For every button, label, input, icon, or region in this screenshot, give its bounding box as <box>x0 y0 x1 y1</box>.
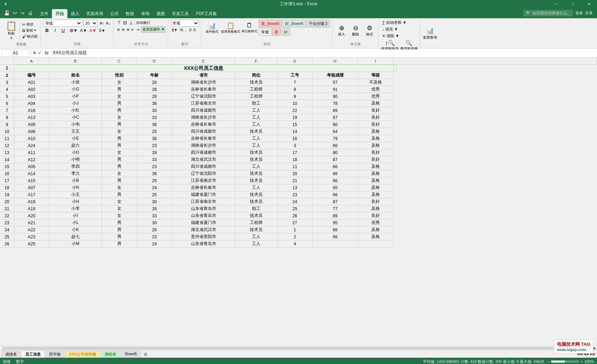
cell[interactable]: 辽宁省沈阳市 <box>172 170 235 177</box>
border-button[interactable]: ⊞▼ <box>69 28 78 33</box>
tab-page-layout[interactable]: 页面布局 <box>83 9 107 18</box>
cell[interactable]: A08 <box>14 128 49 135</box>
tab-pdf[interactable]: PDF工具集 <box>192 9 220 18</box>
cell[interactable]: 女 <box>102 114 137 121</box>
good-sheet4-badge[interactable]: 好_Sheet4 <box>283 20 306 27</box>
cell[interactable]: 山东省青岛市 <box>172 212 235 219</box>
cell[interactable]: 23 <box>137 233 172 240</box>
horizontal-scrollbar[interactable]: ◀ ▶ <box>0 346 597 350</box>
cell[interactable]: 36 <box>137 121 172 128</box>
cell[interactable]: 良好 <box>358 156 393 163</box>
cell[interactable]: 66 <box>312 142 358 149</box>
cell[interactable]: 女 <box>102 128 137 135</box>
cell[interactable]: 吉林省长春市 <box>172 184 235 191</box>
cell[interactable]: 女 <box>102 205 137 212</box>
cell[interactable]: A12 <box>14 156 49 163</box>
cell[interactable]: 28 <box>137 149 172 156</box>
cell[interactable]: 87 <box>312 114 358 121</box>
diff-sheet4-badge[interactable]: 差_Sheet4 <box>259 20 282 27</box>
cell[interactable]: A02 <box>14 86 49 93</box>
cell[interactable]: 小明 <box>49 156 102 163</box>
cell[interactable]: 小C <box>49 114 102 121</box>
cell[interactable]: 工人 <box>235 142 277 149</box>
comma-btn[interactable]: , <box>185 27 187 32</box>
col-header-d[interactable]: D <box>137 58 172 64</box>
cell[interactable]: 28 <box>137 93 172 100</box>
merge-center-btn[interactable]: 合并后居中 ▼ <box>141 26 166 33</box>
tab-yuangong[interactable]: 员工信息 <box>21 351 45 358</box>
cell[interactable]: 66 <box>312 163 358 170</box>
cell[interactable]: 小红 <box>49 107 102 114</box>
cell[interactable]: 4 <box>277 240 312 247</box>
cell[interactable]: 男 <box>102 86 137 93</box>
cell[interactable]: A07 <box>14 184 49 191</box>
cell[interactable]: 21 <box>277 177 312 184</box>
col-header-more[interactable] <box>393 58 597 64</box>
cell[interactable]: 36 <box>137 170 172 177</box>
cell[interactable]: 90 <box>312 93 358 100</box>
increase-decimal-btn[interactable]: .0 <box>188 28 192 32</box>
cell[interactable]: 良好 <box>358 198 393 205</box>
cell[interactable]: A01 <box>14 79 49 86</box>
cell[interactable]: 小M <box>49 240 102 247</box>
cell[interactable]: 23 <box>137 163 172 170</box>
percent-btn[interactable]: % <box>179 27 184 32</box>
cell[interactable]: 优秀 <box>358 219 393 226</box>
cell[interactable]: 25 <box>137 191 172 198</box>
cell[interactable]: 及格 <box>358 191 393 198</box>
cell[interactable]: 及格 <box>358 184 393 191</box>
col-header-c[interactable]: C <box>102 58 137 64</box>
cell[interactable]: 良好 <box>358 107 393 114</box>
cell[interactable]: 助工 <box>235 100 277 107</box>
cell[interactable]: 小G <box>49 86 102 93</box>
cell[interactable]: 工人 <box>235 240 277 247</box>
cell[interactable]: 13 <box>277 184 312 191</box>
font-color-button[interactable]: A▼ <box>89 28 97 33</box>
confirm-formula-btn[interactable]: ✓ <box>38 50 42 55</box>
underline-button[interactable]: U <box>60 27 67 33</box>
cell[interactable]: 33 <box>137 156 172 163</box>
cell[interactable]: 女 <box>102 170 137 177</box>
copy-button[interactable]: ⧉复制▼ <box>21 28 38 33</box>
cell[interactable]: 四川省成都市 <box>172 107 235 114</box>
cell[interactable]: 湖北省武汉市 <box>172 156 235 163</box>
cell[interactable]: 14 <box>277 128 312 135</box>
cell[interactable]: 30 <box>137 219 172 226</box>
cell[interactable]: 1 <box>277 226 312 233</box>
strikethrough-button[interactable]: S▼ <box>98 28 106 33</box>
cell[interactable]: 26 <box>137 226 172 233</box>
cell[interactable]: 赵七 <box>49 233 102 240</box>
cell[interactable]: 工程师 <box>235 219 277 226</box>
cell[interactable]: 26 <box>277 212 312 219</box>
accounting-btn[interactable]: $▼ <box>171 27 178 32</box>
cell[interactable]: A03 <box>14 93 49 100</box>
format-cells-btn[interactable]: ⚙ 格式 <box>363 21 376 40</box>
cond-format-btn[interactable]: 📊 条件格式 <box>204 22 220 34</box>
cell[interactable]: 及格 <box>358 170 393 177</box>
cell[interactable]: 吉林省长春市 <box>172 135 235 142</box>
cell[interactable]: 贵州省贵阳市 <box>172 233 235 240</box>
title-cell[interactable]: XXX公司员工信息 → <box>14 65 393 72</box>
cell[interactable]: 小I <box>49 212 102 219</box>
cell[interactable]: A22 <box>14 226 49 233</box>
cell[interactable]: 24 <box>137 184 172 191</box>
cell[interactable]: 男 <box>102 135 137 142</box>
cell[interactable]: 技术员 <box>235 191 277 198</box>
cell[interactable]: 11 <box>277 163 312 170</box>
cell[interactable]: 19 <box>277 114 312 121</box>
col-header-e[interactable]: E <box>172 58 235 64</box>
window-controls[interactable]: ─ □ ✕ <box>549 0 597 8</box>
cell[interactable]: 2 <box>277 233 312 240</box>
cell[interactable]: 小B <box>49 177 102 184</box>
cell[interactable]: 女 <box>102 93 137 100</box>
cell[interactable]: 25 <box>137 128 172 135</box>
tab-sheet5[interactable]: Sheet5 <box>121 351 141 358</box>
tab-start[interactable]: 开始 <box>52 9 67 18</box>
cell[interactable]: 技术员 <box>235 177 277 184</box>
cell[interactable]: 良好 <box>358 121 393 128</box>
cell[interactable]: A14 <box>14 170 49 177</box>
cell[interactable]: 及格 <box>358 142 393 149</box>
add-sheet-btn[interactable]: ⊕ <box>141 351 150 358</box>
cell[interactable]: 技术员 <box>235 170 277 177</box>
cell[interactable]: 男 <box>102 156 137 163</box>
